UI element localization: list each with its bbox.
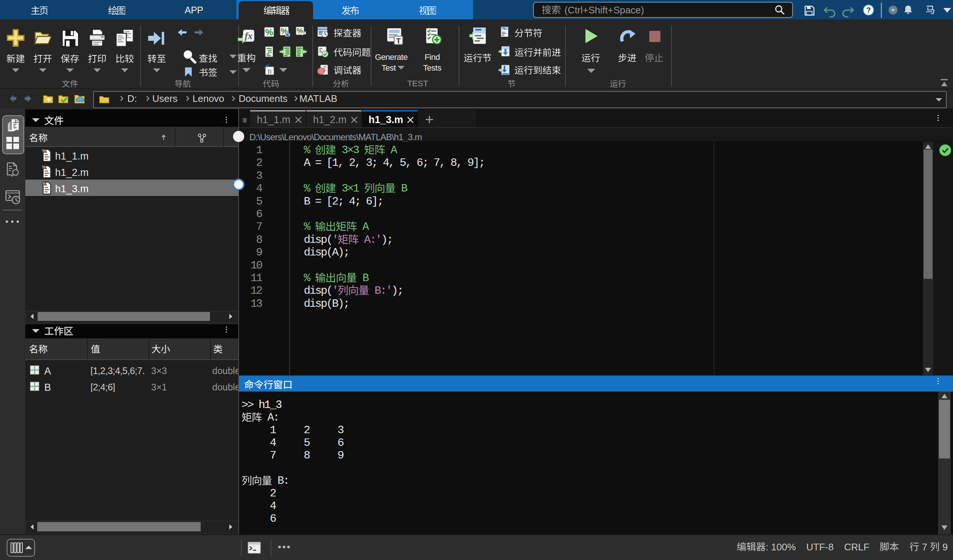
svg-text:fi: fi — [268, 68, 272, 75]
svg-text:fx: fx — [245, 31, 253, 41]
svg-text:%: % — [265, 27, 273, 37]
svg-text:?: ? — [866, 6, 871, 14]
svg-text:T: T — [396, 36, 401, 45]
